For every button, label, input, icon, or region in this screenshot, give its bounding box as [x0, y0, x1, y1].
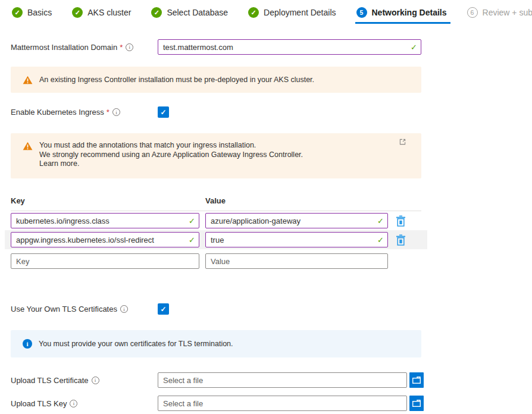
- tab-select-database[interactable]: Select Database: [150, 6, 231, 24]
- completed-check-icon: [248, 7, 259, 18]
- upload-key-row: Upload TLS Key: [11, 396, 424, 411]
- step-5-badge: 5: [356, 7, 367, 18]
- trash-icon: [396, 215, 406, 227]
- tab-deployment-details[interactable]: Deployment Details: [247, 6, 339, 24]
- completed-check-icon: [12, 7, 23, 18]
- expand-banner-icon[interactable]: [399, 139, 406, 145]
- tab-label: Select Database: [167, 8, 228, 17]
- field-label-text: Use Your Own TLS Certificates: [11, 305, 117, 313]
- tab-networking-details[interactable]: 5 Networking Details: [355, 6, 450, 24]
- upload-cert-row: Upload TLS Certificate: [11, 372, 424, 388]
- browse-cert-button[interactable]: [409, 372, 424, 388]
- completed-check-icon: [72, 7, 83, 18]
- trash-icon: [396, 234, 406, 246]
- banner-text: You must provide your own certificates f…: [39, 340, 233, 348]
- tab-label: Review + submit: [483, 8, 532, 17]
- upload-cert-label: Upload TLS Certificate: [11, 376, 158, 385]
- domain-input-wrap: [158, 39, 421, 55]
- ingress-label: Enable Kubernetes Ingress*: [11, 108, 158, 117]
- value-column-header: Value: [205, 196, 388, 205]
- field-label-text: Enable Kubernetes Ingress: [11, 108, 104, 117]
- tls-row: Use Your Own TLS Certificates: [11, 303, 424, 315]
- upload-key-label: Upload TLS Key: [11, 399, 158, 408]
- field-label-text: Upload TLS Certificate: [11, 376, 89, 385]
- upload-cert-input[interactable]: [158, 372, 407, 388]
- domain-label: Mattermost Installation Domain*: [11, 43, 158, 52]
- browse-key-button[interactable]: [409, 396, 424, 411]
- tls-checkbox[interactable]: [158, 303, 169, 315]
- annotation-key-wrap: [11, 213, 199, 228]
- annotations-table-header: Key Value: [11, 196, 421, 211]
- banner-line: We strongly recommend using an Azure App…: [39, 150, 303, 160]
- annotation-key-input[interactable]: [11, 213, 199, 228]
- tls-info-banner: You must provide your own certificates f…: [11, 330, 421, 357]
- folder-icon: [412, 399, 421, 407]
- ingress-checkbox[interactable]: [158, 106, 169, 118]
- delete-row-button[interactable]: [393, 213, 408, 228]
- info-icon[interactable]: [92, 377, 99, 384]
- warning-icon: [23, 142, 33, 150]
- key-column-header: Key: [11, 196, 199, 205]
- tab-review-submit[interactable]: 6 Review + submit: [466, 6, 532, 24]
- upload-cert-input-wrap: [158, 372, 407, 388]
- banner-line: Learn more.: [39, 159, 303, 169]
- annotation-value-input[interactable]: [205, 253, 388, 269]
- field-label-text: Mattermost Installation Domain: [11, 43, 117, 52]
- info-icon[interactable]: [112, 108, 120, 116]
- annotation-key-input[interactable]: [11, 232, 199, 247]
- field-label-text: Upload TLS Key: [11, 399, 67, 408]
- annotation-value-input[interactable]: [205, 232, 388, 247]
- info-icon[interactable]: [120, 305, 128, 313]
- info-banner-icon: [23, 339, 32, 349]
- annotation-value-wrap: [205, 253, 388, 269]
- tab-basics[interactable]: Basics: [11, 6, 55, 24]
- tab-aks-cluster[interactable]: AKS cluster: [71, 6, 134, 24]
- tab-label: Deployment Details: [264, 8, 336, 17]
- networking-details-form: Mattermost Installation Domain* An exist…: [0, 24, 424, 411]
- annotation-row: [5, 211, 427, 230]
- ingress-warning-banner: An existing Ingress Controller installat…: [11, 67, 421, 93]
- annotation-value-input[interactable]: [205, 213, 388, 228]
- tab-label: AKS cluster: [87, 8, 131, 17]
- warning-icon: [23, 76, 33, 84]
- annotation-value-wrap: [205, 213, 388, 228]
- required-marker: *: [107, 108, 109, 117]
- folder-icon: [412, 376, 421, 384]
- completed-check-icon: [151, 7, 162, 18]
- info-icon[interactable]: [70, 400, 77, 407]
- annotation-key-wrap: [11, 232, 199, 247]
- required-marker: *: [120, 43, 123, 52]
- tab-label: Networking Details: [372, 8, 447, 17]
- annotations-warning-banner: You must add the annotations that match …: [11, 133, 421, 178]
- annotation-row: [5, 230, 427, 249]
- banner-text: An existing Ingress Controller installat…: [39, 76, 314, 84]
- annotations-table: Key Value: [11, 196, 421, 271]
- banner-text: You must add the annotations that match …: [39, 141, 303, 171]
- ingress-row: Enable Kubernetes Ingress*: [11, 106, 424, 118]
- banner-line: You must add the annotations that match …: [39, 141, 303, 150]
- annotation-row-empty: [5, 252, 427, 271]
- wizard-tabs: Basics AKS cluster Select Database Deplo…: [0, 0, 532, 24]
- domain-row: Mattermost Installation Domain*: [11, 39, 424, 55]
- upload-key-input[interactable]: [158, 396, 407, 411]
- annotation-value-wrap: [205, 232, 388, 247]
- upload-key-input-wrap: [158, 396, 407, 411]
- annotation-key-wrap: [11, 253, 199, 269]
- info-icon[interactable]: [126, 43, 133, 51]
- delete-row-button[interactable]: [393, 232, 408, 247]
- domain-input[interactable]: [158, 39, 421, 55]
- tab-label: Basics: [27, 8, 52, 17]
- tls-label: Use Your Own TLS Certificates: [11, 305, 158, 313]
- annotation-key-input[interactable]: [11, 253, 199, 269]
- step-6-badge: 6: [467, 7, 478, 18]
